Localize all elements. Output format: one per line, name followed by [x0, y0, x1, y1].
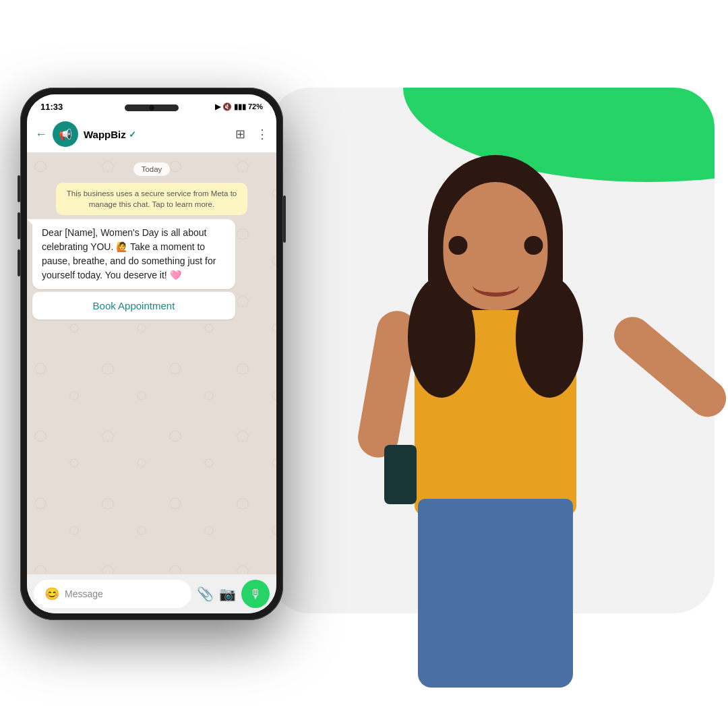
person-eyes	[448, 236, 543, 255]
whatsapp-header: ← 📢 WappBiz ✓ ⊞ ⋮	[27, 116, 276, 153]
person-held-phone	[384, 445, 417, 504]
contact-name: WappBiz ✓	[84, 129, 230, 140]
volume-down-button	[18, 212, 20, 239]
back-button[interactable]: ←	[35, 127, 47, 142]
mute-icon: 🔇	[222, 102, 232, 111]
person-pants	[418, 499, 573, 688]
more-options-icon[interactable]: ⋮	[256, 127, 268, 142]
volume-up-button	[18, 175, 20, 202]
phone-mockup: 11:33 ▶ 🔇 ▮▮▮ 72% ← 📢	[20, 88, 283, 620]
person-figure	[327, 155, 664, 728]
person-smile	[472, 273, 519, 297]
video-call-icon[interactable]: ⊞	[235, 127, 245, 142]
scene: 11:33 ▶ 🔇 ▮▮▮ 72% ← 📢	[0, 0, 728, 728]
front-camera	[148, 104, 155, 111]
camera-icon[interactable]: 📷	[219, 586, 236, 602]
person-face	[444, 182, 548, 310]
contact-info: WappBiz ✓	[84, 129, 230, 140]
phone-screen: 11:33 ▶ 🔇 ▮▮▮ 72% ← 📢	[27, 94, 276, 613]
book-appointment-button[interactable]: Book Appointment	[32, 292, 235, 320]
mic-button[interactable]: 🎙	[241, 580, 270, 608]
chat-input-bar: 😊 Message 📎 📷 🎙	[27, 574, 276, 613]
attach-icon[interactable]: 📎	[197, 586, 214, 602]
signal-bars: ▮▮▮	[234, 102, 246, 111]
message-placeholder: Message	[65, 588, 181, 599]
battery-indicator: 72%	[248, 102, 263, 111]
message-container: Dear [Name], Women's Day is all about ce…	[32, 219, 235, 320]
phone-outer-frame: 11:33 ▶ 🔇 ▮▮▮ 72% ← 📢	[20, 88, 283, 620]
notification-icon: ▶	[215, 102, 220, 111]
avatar-icon: 📢	[59, 128, 72, 141]
contact-avatar: 📢	[53, 121, 78, 147]
chat-area: Today This business uses a secure servic…	[27, 153, 276, 574]
phone-camera-notch	[125, 104, 179, 111]
header-action-icons: ⊞ ⋮	[235, 127, 268, 142]
verified-badge: ✓	[129, 129, 136, 140]
message-bubble: Dear [Name], Women's Day is all about ce…	[32, 219, 235, 289]
person-eye-right	[524, 236, 543, 255]
power-button	[283, 195, 286, 243]
system-message[interactable]: This business uses a secure service from…	[56, 183, 247, 215]
message-input-field[interactable]: 😊 Message	[34, 580, 191, 608]
mic-icon: 🎙	[249, 587, 262, 601]
contact-name-text: WappBiz	[84, 129, 126, 140]
person-eye-left	[448, 236, 467, 255]
date-badge: Today	[133, 162, 171, 176]
silent-switch	[18, 249, 20, 276]
emoji-picker-icon[interactable]: 😊	[44, 586, 59, 601]
status-time: 11:33	[40, 102, 63, 112]
status-icons: ▶ 🔇 ▮▮▮ 72%	[215, 102, 263, 111]
person-image	[297, 148, 694, 728]
